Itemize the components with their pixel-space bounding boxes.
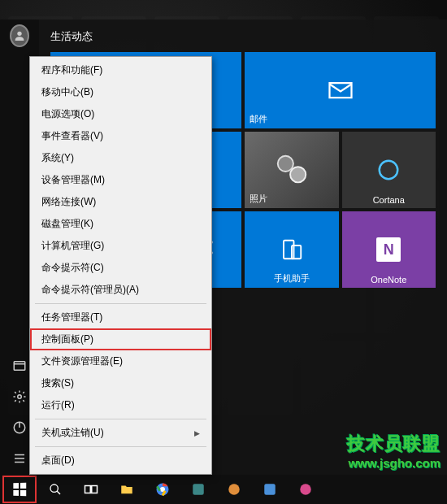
taskbar-app-chrome[interactable] [146, 476, 179, 502]
taskbar-app-3[interactable] [254, 476, 286, 502]
task-view-button[interactable] [75, 476, 107, 502]
context-menu-item[interactable]: 电源选项(O) [30, 103, 211, 125]
context-menu-separator [35, 303, 206, 304]
svg-point-6 [290, 167, 306, 182]
taskbar-app-2[interactable] [218, 476, 250, 502]
search-button[interactable] [39, 476, 72, 502]
watermark: 技术员联盟 www.jsgho.com [347, 432, 440, 470]
context-menu-label: 桌面(D) [41, 454, 75, 467]
context-menu-item[interactable]: 命令提示符(管理员)(A) [30, 279, 211, 301]
context-menu-label: 命令提示符(C) [41, 261, 104, 275]
tile-label: Cortana [342, 195, 436, 205]
context-menu-item[interactable]: 网络连接(W) [30, 191, 211, 213]
context-menu-item[interactable]: 事件查看器(V) [30, 125, 211, 147]
context-menu-item[interactable]: 搜索(S) [30, 372, 211, 394]
context-menu-label: 系统(Y) [41, 151, 74, 165]
settings-icon[interactable] [10, 387, 29, 406]
context-menu-item[interactable]: 命令提示符(C) [30, 257, 211, 279]
svg-point-0 [17, 32, 21, 36]
svg-point-19 [300, 484, 311, 495]
context-menu-label: 任务管理器(T) [41, 311, 102, 324]
context-menu-label: 电源选项(O) [41, 107, 94, 121]
context-menu-label: 命令提示符(管理员)(A) [41, 283, 139, 297]
context-menu-label: 关机或注销(U) [41, 426, 104, 440]
svg-point-11 [50, 484, 58, 492]
svg-rect-12 [85, 486, 91, 493]
taskbar [0, 475, 447, 504]
tile-onenote[interactable]: N OneNote [342, 211, 436, 288]
tile-photos[interactable]: 照片 [245, 132, 339, 208]
svg-point-2 [18, 395, 22, 399]
context-menu-label: 事件查看器(V) [41, 129, 103, 143]
context-menu-item[interactable]: 控制面板(P) [30, 328, 211, 350]
context-menu-item[interactable]: 移动中心(B) [30, 81, 211, 103]
tile-cortana[interactable]: Cortana [342, 132, 436, 208]
winx-context-menu: 程序和功能(F)移动中心(B)电源选项(O)事件查看器(V)系统(Y)设备管理器… [29, 56, 212, 475]
context-menu-item[interactable]: 设备管理器(M) [30, 169, 211, 191]
svg-rect-18 [264, 484, 276, 495]
context-menu-label: 移动中心(B) [41, 85, 93, 99]
tile-mail[interactable]: 邮件 [245, 52, 436, 128]
tile-label: OneNote [342, 275, 436, 285]
context-menu-item[interactable]: 文件资源管理器(E) [30, 350, 211, 372]
tile-phone[interactable]: 手机助手 [245, 211, 339, 288]
context-menu-label: 控制面板(P) [41, 332, 93, 346]
tile-label: 邮件 [250, 113, 267, 125]
context-menu-item[interactable]: 程序和功能(F) [30, 59, 211, 81]
context-menu-label: 程序和功能(F) [41, 63, 102, 77]
svg-point-17 [228, 484, 240, 495]
watermark-url: www.jsgho.com [347, 456, 440, 470]
context-menu-item[interactable]: 桌面(D) [30, 450, 211, 471]
explorer-icon[interactable] [10, 356, 29, 376]
context-menu-label: 网络连接(W) [41, 195, 96, 209]
context-menu-label: 计算机管理(G) [41, 239, 104, 253]
context-menu-separator [35, 446, 206, 447]
taskbar-app-explorer[interactable] [111, 476, 143, 502]
svg-point-7 [380, 161, 398, 180]
context-menu-label: 文件资源管理器(E) [41, 354, 123, 368]
context-menu-separator [35, 419, 206, 419]
taskbar-app-4[interactable] [289, 476, 322, 502]
svg-point-5 [278, 156, 293, 172]
power-icon[interactable] [10, 418, 29, 437]
svg-rect-16 [193, 484, 204, 495]
context-menu-label: 设备管理器(M) [41, 173, 105, 187]
submenu-arrow-icon: ▶ [194, 429, 200, 437]
section-title: 生活动态 [50, 29, 436, 44]
taskbar-app-1[interactable] [182, 476, 215, 502]
svg-rect-13 [92, 486, 98, 493]
user-avatar[interactable] [10, 26, 29, 46]
windows-logo-icon [13, 483, 26, 497]
all-apps-icon[interactable] [10, 449, 29, 468]
watermark-main: 技术员联盟 [347, 432, 440, 456]
context-menu-item[interactable]: 运行(R) [30, 394, 211, 416]
context-menu-label: 搜索(S) [41, 376, 74, 390]
context-menu-item[interactable]: 计算机管理(G) [30, 235, 211, 257]
tile-label: 照片 [250, 193, 267, 205]
tile-label: 手机助手 [245, 272, 339, 285]
context-menu-item[interactable]: 磁盘管理(K) [30, 213, 211, 235]
context-menu-label: 运行(R) [41, 398, 75, 412]
context-menu-item[interactable]: 关机或注销(U)▶ [30, 422, 211, 444]
context-menu-item[interactable]: 任务管理器(T) [30, 306, 211, 328]
context-menu-item[interactable]: 系统(Y) [30, 147, 211, 169]
start-button[interactable] [3, 476, 36, 502]
context-menu-label: 磁盘管理(K) [41, 217, 93, 231]
svg-rect-1 [14, 362, 25, 371]
